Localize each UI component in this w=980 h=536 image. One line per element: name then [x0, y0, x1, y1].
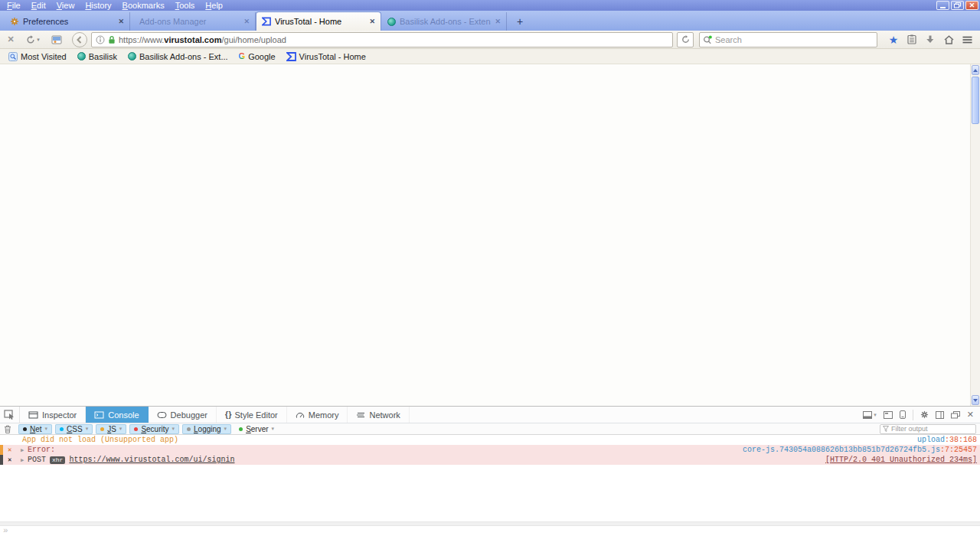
logging-dot-icon	[187, 427, 191, 431]
url-domain: virustotal.com	[164, 35, 221, 44]
search-input[interactable]	[715, 35, 874, 44]
filter-logging-button[interactable]: Logging ▾	[182, 424, 231, 434]
tab-style-editor[interactable]: { } Style Editor	[217, 407, 287, 423]
dock-bottom-button[interactable]: ▾	[863, 411, 877, 419]
chevron-down-icon[interactable]: ▾	[224, 426, 227, 432]
dock-side-icon[interactable]	[900, 410, 906, 419]
chevron-down-icon[interactable]: ▾	[119, 426, 122, 432]
scrollbar-down-button[interactable]	[972, 395, 979, 405]
tab-preferences[interactable]: Preferences ✕	[5, 12, 130, 31]
source-file[interactable]: core-js.743054a088626b13bb851b7d26724fb5…	[743, 446, 940, 454]
downloads-button[interactable]	[921, 32, 939, 47]
menu-tools[interactable]: Tools	[170, 1, 201, 11]
sidebar-toggle-icon[interactable]	[936, 411, 944, 419]
home-button[interactable]	[939, 32, 958, 47]
menu-bookmarks[interactable]: Bookmarks	[117, 1, 170, 11]
expand-arrow-icon[interactable]: ▶	[17, 447, 28, 453]
separate-window-icon[interactable]	[884, 411, 893, 419]
close-button[interactable]: ✕	[965, 1, 978, 10]
close-devtools-button[interactable]: ✕	[967, 410, 974, 420]
clear-console-button[interactable]	[4, 425, 11, 433]
stop-icon: ✕	[7, 34, 14, 44]
chevron-down-icon[interactable]: ▾	[272, 426, 275, 432]
filter-output-box[interactable]	[880, 424, 976, 434]
scrollbar-thumb[interactable]	[972, 77, 979, 124]
console-error-row[interactable]: ✕ ▶ Error: core-js.743054a088626b13bb851…	[0, 445, 980, 455]
expand-arrow-icon[interactable]: ▶	[17, 457, 28, 463]
source-link[interactable]: upload:38:168	[917, 436, 977, 444]
url-bar[interactable]: https://www.virustotal.com/gui/home/uplo…	[91, 32, 673, 47]
filter-security-button[interactable]: Security ▾	[129, 424, 179, 434]
windows-icon[interactable]	[951, 411, 960, 419]
library-button[interactable]	[903, 32, 921, 47]
console-network-error-row[interactable]: ✕ ▶ POST xhr https://www.virustotal.com/…	[0, 455, 980, 465]
filter-server-button[interactable]: Server ▾	[234, 424, 279, 434]
tab-inspector[interactable]: Inspector	[20, 407, 86, 423]
new-tab-page-icon[interactable]	[48, 32, 65, 47]
tab-debugger[interactable]: Debugger	[149, 407, 217, 423]
minimize-button[interactable]	[936, 1, 949, 10]
page-info-icon[interactable]	[96, 35, 105, 44]
chevron-down-icon[interactable]: ▾	[86, 426, 89, 432]
new-tab-button[interactable]: +	[511, 14, 529, 28]
tab-addons-manager[interactable]: Add-ons Manager ✕	[130, 12, 256, 31]
tab-network[interactable]: Network	[348, 407, 409, 423]
gear-icon[interactable]	[920, 410, 929, 419]
menu-history[interactable]: History	[80, 1, 116, 11]
scrollbar-up-button[interactable]	[972, 65, 979, 75]
menu-button[interactable]	[958, 32, 976, 47]
funnel-icon	[883, 426, 889, 432]
reload-icon	[681, 35, 690, 44]
tab-basilisk-addons[interactable]: Basilisk Add-ons - Extensions ✕	[381, 12, 507, 31]
restore-button[interactable]	[951, 1, 964, 10]
search-icon[interactable]	[703, 35, 713, 44]
vertical-scrollbar[interactable]	[970, 64, 980, 406]
browser-window: File Edit View History Bookmarks Tools H…	[0, 0, 980, 536]
stop-button[interactable]: ✕	[4, 32, 18, 47]
menu-help[interactable]: Help	[200, 1, 228, 11]
arrow-down-icon	[973, 399, 978, 402]
bookmark-basilisk[interactable]: Basilisk	[73, 51, 122, 63]
pick-element-button[interactable]	[0, 407, 20, 423]
source-link[interactable]: core-js.743054a088626b13bb851b7d26724fb5…	[743, 446, 977, 454]
chevron-down-icon[interactable]: ▾	[45, 426, 48, 432]
filter-output-input[interactable]	[891, 425, 973, 433]
filter-js-button[interactable]: JS ▾	[96, 424, 126, 434]
gauge-icon	[296, 411, 305, 419]
dock-bottom-icon	[863, 411, 872, 419]
http-status-link[interactable]: [HTTP/2.0 401 Unauthorized 234ms]	[825, 456, 977, 464]
bookmark-star-button[interactable]: ★	[884, 32, 903, 47]
bookmark-label: VirusTotal - Home	[299, 52, 366, 61]
bookmark-google[interactable]: G Google	[234, 51, 280, 63]
search-box[interactable]	[699, 32, 877, 47]
back-button[interactable]	[72, 32, 87, 47]
source-file[interactable]: upload	[917, 436, 945, 444]
devtools-tab-label: Network	[369, 410, 400, 420]
tab-close-icon[interactable]: ✕	[118, 18, 124, 25]
tab-close-icon[interactable]: ✕	[495, 18, 501, 25]
tab-virustotal[interactable]: VirusTotal - Home ✕	[256, 11, 381, 31]
tab-close-icon[interactable]: ✕	[369, 18, 375, 25]
bookmark-virustotal[interactable]: VirusTotal - Home	[282, 51, 371, 63]
chevron-down-icon[interactable]: ▾	[172, 426, 175, 432]
lock-icon[interactable]	[108, 35, 116, 44]
session-reload-button[interactable]: ▾	[20, 32, 46, 47]
bookmark-most-visited[interactable]: Most Visited	[4, 51, 71, 63]
tab-close-icon[interactable]: ✕	[243, 18, 250, 25]
filter-net-button[interactable]: Net ▾	[18, 424, 52, 434]
console-input-line[interactable]: »	[0, 526, 980, 536]
tab-memory[interactable]: Memory	[287, 407, 348, 423]
tab-console[interactable]: Console	[86, 407, 148, 423]
menu-edit[interactable]: Edit	[26, 1, 51, 11]
url-text[interactable]: https://www.virustotal.com/gui/home/uplo…	[119, 35, 286, 44]
menu-file[interactable]: File	[2, 1, 26, 11]
star-icon: ★	[889, 34, 899, 45]
devtools-tab-label: Debugger	[171, 410, 207, 420]
menu-view[interactable]: View	[51, 1, 80, 11]
filter-css-button[interactable]: CSS ▾	[55, 424, 93, 434]
divider	[913, 410, 913, 420]
bookmark-basilisk-addons[interactable]: Basilisk Add-ons - Ext...	[123, 51, 233, 63]
console-warning-row[interactable]: App did not load (Unsupported app) uploa…	[0, 435, 980, 445]
reload-button[interactable]	[677, 32, 694, 47]
request-url-link[interactable]: https://www.virustotal.com/ui/signin	[69, 456, 234, 464]
